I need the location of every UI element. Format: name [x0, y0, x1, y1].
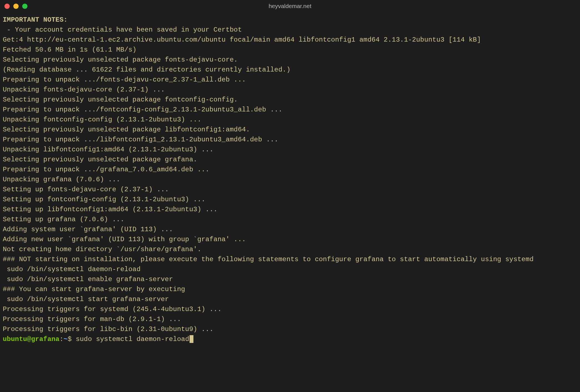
zoom-icon[interactable]	[22, 4, 27, 9]
terminal-line: Selecting previously unselected package …	[3, 95, 577, 105]
terminal-line: Adding new user `grafana' (UID 113) with…	[3, 235, 577, 245]
terminal-line: Not creating home directory `/usr/share/…	[3, 245, 577, 254]
terminal-line: Processing triggers for man-db (2.9.1-1)…	[3, 314, 577, 324]
terminal-line: - Your account credentials have been sav…	[3, 25, 577, 35]
prompt-separator: :	[59, 335, 64, 343]
terminal-line: sudo /bin/systemctl daemon-reload	[3, 264, 577, 274]
terminal-line: (Reading database ... 61622 files and di…	[3, 65, 577, 75]
terminal-line: Preparing to unpack .../libfontconfig1_2…	[3, 135, 577, 145]
terminal-line: Processing triggers for libc-bin (2.31-0…	[3, 324, 577, 334]
terminal-line: Processing triggers for systemd (245.4-4…	[3, 304, 577, 314]
terminal-line: Preparing to unpack .../grafana_7.0.6_am…	[3, 165, 577, 175]
cursor-icon	[190, 335, 193, 343]
terminal-line: Fetched 50.6 MB in 1s (61.1 MB/s)	[3, 45, 577, 55]
terminal-line: Unpacking grafana (7.0.6) ...	[3, 175, 577, 185]
terminal-line: sudo /bin/systemctl start grafana-server	[3, 294, 577, 304]
minimize-icon[interactable]	[13, 4, 19, 9]
terminal-window: heyvaldemar.net IMPORTANT NOTES: - Your …	[0, 0, 580, 392]
terminal-line: Unpacking libfontconfig1:amd64 (2.13.1-2…	[3, 145, 577, 155]
terminal-line: Adding system user `grafana' (UID 113) .…	[3, 225, 577, 235]
prompt-line[interactable]: ubuntu@grafana:~$ sudo systemctl daemon-…	[3, 334, 577, 344]
window-title: heyvaldemar.net	[0, 2, 580, 11]
prompt-dollar: $	[68, 335, 76, 343]
terminal-line: Unpacking fontconfig-config (2.13.1-2ubu…	[3, 115, 577, 125]
terminal-line: ### You can start grafana-server by exec…	[3, 284, 577, 294]
terminal-line: Setting up fonts-dejavu-core (2.37-1) ..…	[3, 185, 577, 195]
terminal-line: sudo /bin/systemctl enable grafana-serve…	[3, 274, 577, 284]
titlebar: heyvaldemar.net	[0, 0, 580, 12]
terminal-line: Preparing to unpack .../fontconfig-confi…	[3, 105, 577, 115]
traffic-lights	[4, 4, 27, 9]
terminal-line: ### NOT starting on installation, please…	[3, 254, 577, 264]
terminal-line: Setting up libfontconfig1:amd64 (2.13.1-…	[3, 205, 577, 215]
prompt-path: ~	[64, 335, 68, 343]
terminal-line: Setting up fontconfig-config (2.13.1-2ub…	[3, 195, 577, 205]
terminal-body[interactable]: IMPORTANT NOTES: - Your account credenti…	[0, 12, 580, 345]
terminal-line: Preparing to unpack .../fonts-dejavu-cor…	[3, 75, 577, 85]
terminal-line: Selecting previously unselected package …	[3, 55, 577, 65]
terminal-heading: IMPORTANT NOTES:	[3, 15, 577, 25]
terminal-line: Selecting previously unselected package …	[3, 125, 577, 135]
terminal-line: Setting up grafana (7.0.6) ...	[3, 215, 577, 225]
prompt-user-host: ubuntu@grafana	[3, 335, 59, 343]
terminal-line: Get:4 http://eu-central-1.ec2.archive.ub…	[3, 35, 577, 45]
terminal-line: Selecting previously unselected package …	[3, 155, 577, 165]
typed-command: sudo systemctl daemon-reload	[76, 335, 189, 343]
terminal-line: Unpacking fonts-dejavu-core (2.37-1) ...	[3, 85, 577, 95]
close-icon[interactable]	[4, 4, 10, 9]
